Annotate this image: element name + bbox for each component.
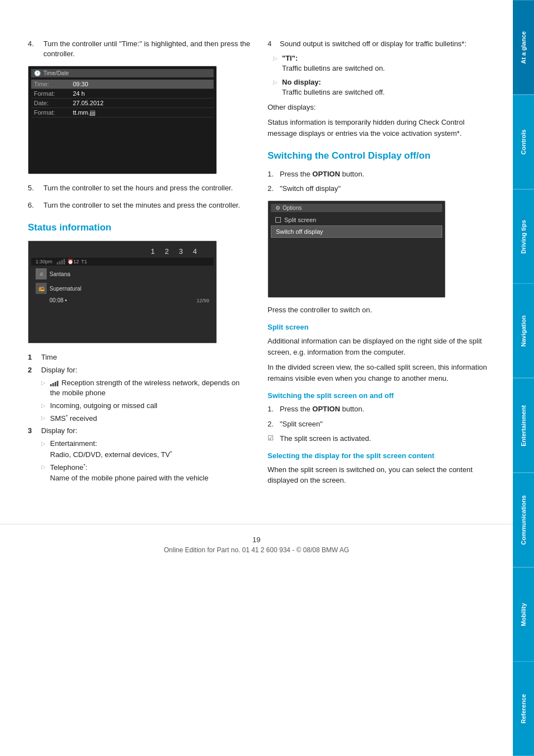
page-number: 19 — [0, 536, 513, 544]
clock-icon: 🕐 — [34, 70, 41, 76]
bullet-ti: ▷ "TI":Traffic bulletins are switched on… — [268, 53, 491, 73]
music-icon-2: 📻 — [36, 283, 47, 294]
triangle-icon-7: ▷ — [273, 78, 279, 97]
date-value: 27.05.2012 — [73, 100, 103, 106]
time-date-row-format2: Format: tt.mm.jjjj — [31, 108, 214, 117]
label-2-sub-2: ▷ Incoming, outgoing or missed call — [41, 401, 251, 411]
triangle-icon-6: ▷ — [273, 55, 279, 73]
sidebar-tab-mobility[interactable]: Mobility — [513, 567, 534, 662]
status-bar: 1:30pm ⏰12 T1 — [31, 258, 214, 266]
label-3-sub-2-text: Telephone*:Name of the mobile phone pair… — [50, 462, 209, 483]
status-screen: 1 2 3 4 1:30pm — [28, 241, 216, 343]
options-icon: ⚙ — [275, 205, 280, 211]
status-bar-text: 1:30pm — [36, 259, 52, 264]
label-3-sub-2: ▷ Telephone*:Name of the mobile phone pa… — [41, 462, 251, 483]
main-content: 4. Turn the controller until "Time:" is … — [0, 22, 513, 524]
triangle-icon: ▷ — [41, 379, 47, 398]
split-screen-heading: Split screen — [268, 323, 491, 331]
selecting-text: When the split screen is switched on, yo… — [268, 464, 491, 486]
switching-step-2-text: "Switch off display" — [280, 184, 340, 194]
label-3: 3 Display for: — [28, 426, 251, 436]
item-4: 4 Sound output is switched off or displa… — [268, 39, 491, 49]
step-5-number: 5. — [28, 183, 39, 193]
signal-icon — [57, 259, 65, 265]
music-icon-1: ♫ — [36, 268, 47, 279]
options-split-screen: Split screen — [271, 214, 442, 225]
triangle-icon-4: ▷ — [41, 440, 47, 460]
step-5: 5. Turn the controller to set the hours … — [28, 183, 251, 193]
label-3-text: Display for: — [41, 426, 77, 436]
label-2-sub-1: ▷ Reception strength of the wireless net… — [41, 378, 251, 398]
split-screen-label: Split screen — [284, 217, 316, 223]
format1-label: Format: — [34, 90, 73, 97]
selecting-heading: Selecting the display for the split scre… — [268, 451, 491, 460]
time-date-screenshot: 🕐 Time/Date Time: 09:30 Format: 24 h Dat… — [28, 66, 217, 174]
sidebar-tabs: At a glance Controls Driving tips Naviga… — [513, 0, 534, 756]
track-count: 12/99 — [196, 298, 209, 303]
status-num-2: 2 — [165, 247, 169, 256]
other-displays-heading: Other displays: — [268, 102, 491, 113]
sidebar-tab-controls[interactable]: Controls — [513, 95, 534, 189]
switching-step-1: 1. Press the OPTION button. — [268, 169, 491, 179]
triangle-icon-5: ▷ — [41, 463, 47, 483]
switching-split-heading: Switching the split screen on and off — [268, 391, 491, 400]
triangle-icon-2: ▷ — [41, 402, 47, 411]
switching-step-2: 2. "Switch off display" — [268, 184, 491, 194]
edition-text: Online Edition for Part no. 01 41 2 600 … — [164, 546, 349, 554]
options-screen: ⚙ Options Split screen Switch off displa… — [268, 201, 445, 297]
music-row-3: 00:08 • 12/99 — [31, 296, 214, 305]
sidebar-tab-communications[interactable]: Communications — [513, 473, 534, 567]
bullet-no-display-text: No display:Traffic bulletins are switche… — [282, 77, 385, 97]
song-name: Supernatural — [50, 286, 81, 292]
label-1-text: Time — [41, 352, 57, 362]
split-step-1: 1. Press the OPTION button. — [268, 404, 491, 414]
switching-step-2-num: 2. — [268, 184, 276, 194]
other-displays-text: Status information is temporarily hidden… — [268, 117, 491, 139]
sidebar-tab-navigation[interactable]: Navigation — [513, 283, 534, 378]
split-step-2-num: 2. — [268, 419, 276, 429]
options-header-label: Options — [283, 205, 301, 211]
time-date-row-time: Time: 09:30 — [31, 80, 214, 89]
sidebar-tab-entertainment[interactable]: Entertainment — [513, 378, 534, 473]
left-column: 4. Turn the controller until "Time:" is … — [28, 39, 251, 490]
status-num-4: 4 — [193, 247, 197, 256]
label-3-sub-1: ▷ Entertainment:Radio, CD/DVD, external … — [41, 439, 251, 460]
label-2-num: 2 — [28, 365, 37, 375]
sidebar-tab-driving-tips[interactable]: Driving tips — [513, 189, 534, 284]
options-header: ⚙ Options — [271, 204, 442, 212]
time-date-header: 🕐 Time/Date — [31, 69, 214, 77]
step-4-number: 4. — [28, 39, 39, 59]
label-2-sub-1-text: Reception strength of the wireless netwo… — [50, 378, 251, 398]
time-date-header-label: Time/Date — [43, 70, 69, 76]
split-screen-checkbox — [275, 217, 281, 223]
bullet-ti-text: "TI":Traffic bulletins are switched on. — [282, 53, 385, 73]
sidebar-tab-reference[interactable]: Reference — [513, 661, 534, 756]
status-section-heading: Status information — [28, 222, 251, 234]
label-2: 2 Display for: — [28, 365, 251, 375]
step-6-number: 6. — [28, 200, 39, 210]
label-3-num: 3 — [28, 426, 37, 436]
play-time: 00:08 • — [50, 297, 67, 303]
step-5-text: Turn the controller to set the hours and… — [43, 183, 251, 193]
artist-name: Santana — [50, 271, 70, 277]
label-1-num: 1 — [28, 352, 37, 362]
clock-status: ⏰12 — [67, 259, 79, 264]
format2-label: Format: — [34, 109, 73, 116]
label-2-sub-2-text: Incoming, outgoing or missed call — [50, 401, 157, 411]
label-3-sub-1-text: Entertainment:Radio, CD/DVD, external de… — [50, 439, 172, 460]
split-step-1-num: 1. — [268, 404, 276, 414]
label-1: 1 Time — [28, 352, 251, 362]
time-date-screen: 🕐 Time/Date Time: 09:30 Format: 24 h Dat… — [28, 66, 216, 174]
switching-step-1-num: 1. — [268, 169, 276, 179]
sidebar-tab-at-a-glance[interactable]: At a glance — [513, 0, 534, 95]
split-step-2-text: "Split screen" — [280, 419, 323, 429]
music-row-1: ♫ Santana — [31, 267, 214, 281]
split-activated-text: The split screen is activated. — [280, 434, 371, 444]
checkmark-icon: ☑ — [268, 434, 276, 444]
split-activated: ☑ The split screen is activated. — [268, 434, 491, 444]
label-2-text: Display for: — [41, 365, 77, 375]
options-screenshot: ⚙ Options Split screen Switch off displa… — [268, 200, 446, 298]
step-4: 4. Turn the controller until "Time:" is … — [28, 39, 251, 59]
label-list: 1 Time 2 Display for: ▷ — [28, 352, 251, 483]
label-2-sub-3: ▷ SMS* received — [41, 413, 251, 424]
